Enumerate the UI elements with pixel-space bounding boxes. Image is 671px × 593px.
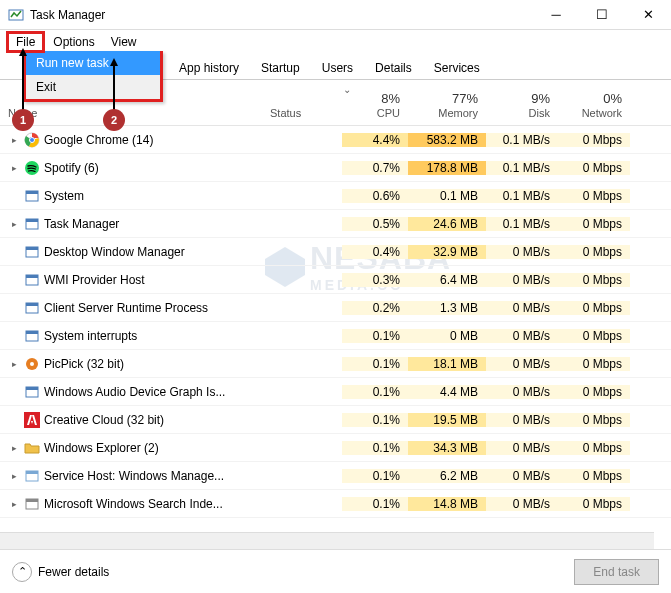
expand-icon[interactable] [8,190,20,202]
process-icon [24,356,40,372]
svg-marker-30 [110,58,118,66]
tab-services[interactable]: Services [423,56,491,79]
process-memory: 34.3 MB [408,441,486,455]
process-icon [24,160,40,176]
process-disk: 0.1 MB/s [486,189,558,203]
table-row[interactable]: ▸ Google Chrome (14) 4.4% 583.2 MB 0.1 M… [0,126,671,154]
process-network: 0 Mbps [558,469,630,483]
expand-icon[interactable]: ▸ [8,162,20,174]
menu-options[interactable]: Options [45,32,102,52]
table-row[interactable]: Windows Audio Device Graph Is... 0.1% 4.… [0,378,671,406]
expand-icon[interactable]: ▸ [8,218,20,230]
process-memory: 24.6 MB [408,217,486,231]
expand-icon[interactable]: ▸ [8,498,20,510]
run-new-task-item[interactable]: Run new task [26,51,160,75]
table-row[interactable]: Client Server Runtime Process 0.2% 1.3 M… [0,294,671,322]
process-icon [24,188,40,204]
close-button[interactable]: ✕ [625,0,671,30]
svg-point-4 [30,137,35,142]
annotation-badge-1: 1 [12,109,34,131]
minimize-button[interactable]: ─ [533,0,579,30]
svg-rect-9 [26,219,38,222]
table-row[interactable]: Desktop Window Manager 0.4% 32.9 MB 0 MB… [0,238,671,266]
horizontal-scrollbar[interactable] [0,532,654,549]
process-memory: 0 MB [408,329,486,343]
expand-icon[interactable] [8,386,20,398]
process-table[interactable]: ▸ Google Chrome (14) 4.4% 583.2 MB 0.1 M… [0,126,671,544]
expand-icon[interactable] [8,330,20,342]
process-memory: 178.8 MB [408,161,486,175]
end-task-button[interactable]: End task [574,559,659,585]
col-header-memory[interactable]: 77%Memory [408,87,486,125]
process-network: 0 Mbps [558,161,630,175]
table-row[interactable]: WMI Provider Host 0.3% 6.4 MB 0 MB/s 0 M… [0,266,671,294]
col-header-name[interactable]: Name [0,103,262,125]
table-row[interactable]: ▸ PicPick (32 bit) 0.1% 18.1 MB 0 MB/s 0… [0,350,671,378]
col-header-disk[interactable]: 9%Disk [486,87,558,125]
maximize-button[interactable]: ☐ [579,0,625,30]
table-row[interactable]: System 0.6% 0.1 MB 0.1 MB/s 0 Mbps [0,182,671,210]
process-memory: 19.5 MB [408,413,486,427]
process-cpu: 0.1% [342,441,408,455]
expand-icon[interactable]: ▸ [8,134,20,146]
table-row[interactable]: ▸ Service Host: Windows Manage... 0.1% 6… [0,462,671,490]
col-header-status[interactable]: Status [262,103,342,125]
process-cpu: 0.1% [342,497,408,511]
svg-rect-13 [26,275,38,278]
table-row[interactable]: Creative Cloud (32 bit) 0.1% 19.5 MB 0 M… [0,406,671,434]
expand-icon[interactable] [8,246,20,258]
expand-icon[interactable]: ▸ [8,470,20,482]
table-row[interactable]: ▸ Task Manager 0.5% 24.6 MB 0.1 MB/s 0 M… [0,210,671,238]
tab-app-history[interactable]: App history [168,56,250,79]
table-row[interactable]: ▸ Spotify (6) 0.7% 178.8 MB 0.1 MB/s 0 M… [0,154,671,182]
tab-details[interactable]: Details [364,56,423,79]
process-disk: 0 MB/s [486,357,558,371]
process-cpu: 0.1% [342,329,408,343]
exit-item[interactable]: Exit [26,75,160,99]
process-icon [24,244,40,260]
expand-icon[interactable] [8,302,20,314]
process-name: Creative Cloud (32 bit) [44,413,164,427]
process-cpu: 0.1% [342,385,408,399]
process-name: System [44,189,84,203]
process-cpu: 0.6% [342,189,408,203]
process-icon [24,216,40,232]
col-header-network[interactable]: 0%Network [558,87,630,125]
process-icon [24,132,40,148]
titlebar: Task Manager ─ ☐ ✕ [0,0,671,30]
fewer-details-button[interactable]: ⌃ Fewer details [12,562,109,582]
process-name: PicPick (32 bit) [44,357,124,371]
process-network: 0 Mbps [558,441,630,455]
process-cpu: 0.1% [342,469,408,483]
tab-users[interactable]: Users [311,56,364,79]
process-icon [24,300,40,316]
expand-icon[interactable]: ▸ [8,358,20,370]
process-name: System interrupts [44,329,137,343]
process-disk: 0 MB/s [486,329,558,343]
process-network: 0 Mbps [558,385,630,399]
annotation-arrow-2 [109,58,119,110]
process-icon [24,468,40,484]
process-icon [24,272,40,288]
process-icon [24,440,40,456]
expand-icon[interactable] [8,274,20,286]
process-name: Windows Audio Device Graph Is... [44,385,225,399]
expand-icon[interactable] [8,414,20,426]
table-row[interactable]: ▸ Microsoft Windows Search Inde... 0.1% … [0,490,671,518]
table-row[interactable]: ▸ Windows Explorer (2) 0.1% 34.3 MB 0 MB… [0,434,671,462]
process-name: Windows Explorer (2) [44,441,159,455]
col-header-cpu[interactable]: 8%CPU [342,87,408,125]
tab-startup[interactable]: Startup [250,56,311,79]
process-disk: 0 MB/s [486,245,558,259]
svg-point-19 [30,362,34,366]
taskmgr-icon [8,7,24,23]
process-disk: 0 MB/s [486,273,558,287]
process-memory: 1.3 MB [408,301,486,315]
sort-indicator-icon: ⌄ [343,84,351,95]
process-disk: 0 MB/s [486,301,558,315]
process-cpu: 0.7% [342,161,408,175]
expand-icon[interactable]: ▸ [8,442,20,454]
process-disk: 0 MB/s [486,469,558,483]
table-row[interactable]: System interrupts 0.1% 0 MB 0 MB/s 0 Mbp… [0,322,671,350]
menu-view[interactable]: View [103,32,145,52]
